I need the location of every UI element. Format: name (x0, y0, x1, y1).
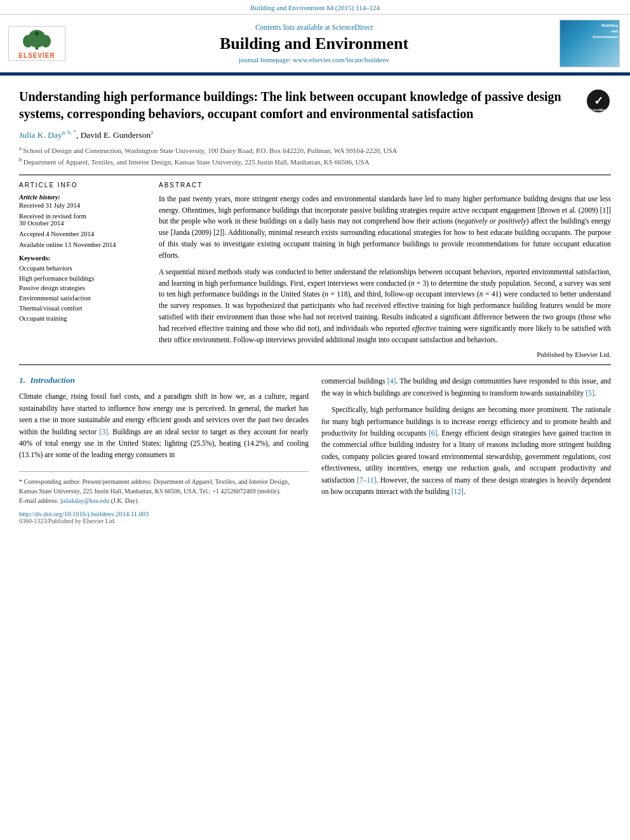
keyword-2: High performance buildings (19, 274, 146, 284)
authors-line: Julia K. Daya, b, *, David E. Gundersona (19, 129, 611, 140)
contents-available-line: Contents lists available at ScienceDirec… (76, 23, 552, 31)
journal-title: Building and Environment (76, 34, 552, 53)
intro-para-2: commercial buildings [4]. The building a… (321, 375, 611, 399)
author-2-name: , David E. Gunderson (76, 130, 151, 140)
elsevier-logo: ELSEVIER (8, 26, 65, 61)
svg-point-2 (23, 35, 33, 48)
author-2-sup: a (151, 129, 153, 135)
author-1-sup: a, b, * (62, 129, 76, 135)
abstract-text: In the past twenty years, more stringent… (159, 194, 611, 346)
article-title-text: Understanding high performance buildings… (19, 88, 586, 123)
received-date: Received 31 July 2014 (19, 202, 146, 209)
body-right-column: commercial buildings [4]. The building a… (321, 375, 611, 524)
doi-line[interactable]: http://dx.doi.org/10.1016/j.buildenv.201… (19, 510, 309, 517)
keyword-5: Thermal/visual comfort (19, 303, 146, 314)
intro-para-1: Climate change, rising fossil fuel costs… (19, 390, 309, 460)
article-body: 1. Introduction Climate change, rising f… (19, 375, 611, 524)
homepage-label: journal homepage: (239, 56, 291, 63)
journal-thumbnail: Building and Environment (560, 20, 620, 67)
ref-12[interactable]: [12] (452, 488, 464, 495)
homepage-url[interactable]: www.elsevier.com/locate/buildenv (293, 56, 389, 63)
published-by: Published by Elsevier Ltd. (159, 350, 611, 358)
svg-text:✓: ✓ (594, 95, 603, 107)
article-content: Understanding high performance buildings… (0, 76, 630, 537)
keywords-label: Keywords: (19, 255, 146, 262)
received-revised-date: Received in revised form 30 October 2014 (19, 213, 146, 227)
email-label: E-mail address: (19, 497, 58, 504)
crossmark-icon: ✓ CrossMark (587, 90, 610, 112)
sciencedirect-link[interactable]: ScienceDirect (332, 23, 373, 31)
intro-section-label: Introduction (30, 375, 76, 385)
contents-label: Contents lists available at (255, 23, 330, 31)
affiliation-1: a School of Design and Construction, Was… (19, 144, 611, 156)
intro-section-title: 1. Introduction (19, 375, 309, 385)
page: Building and Environment 84 (2015) 114–1… (0, 0, 630, 537)
journal-header: ELSEVIER Contents lists available at Sci… (0, 15, 630, 74)
ref-6[interactable]: [6] (429, 429, 437, 437)
ref-3[interactable]: [3] (99, 428, 107, 436)
homepage-line: journal homepage: www.elsevier.com/locat… (76, 56, 552, 63)
available-online-date: Available online 13 November 2014 (19, 241, 146, 248)
svg-point-4 (35, 32, 39, 36)
journal-top-bar: Building and Environment 84 (2015) 114–1… (0, 0, 630, 15)
keyword-1: Occupant behaviors (19, 263, 146, 274)
abstract-para-2: A sequential mixed methods study was con… (159, 267, 611, 346)
affiliations: a School of Design and Construction, Was… (19, 144, 611, 167)
ref-7-11[interactable]: [7–11] (357, 476, 376, 484)
affil-1-text: School of Design and Construction, Washi… (23, 146, 397, 154)
abstract-heading: ABSTRACT (159, 182, 611, 189)
intro-para-3: Specifically, high performance building … (321, 404, 611, 497)
footnote-star: * Corresponding author. Present/permanen… (19, 477, 309, 496)
article-history-label: Article history: (19, 194, 146, 201)
crossmark-svg: ✓ CrossMark (587, 90, 610, 112)
keyword-3: Passive design strategies (19, 283, 146, 293)
abstract-column: ABSTRACT In the past twenty years, more … (159, 182, 611, 359)
issn-line: 0360-1323/Published by Elsevier Ltd. (19, 517, 309, 524)
affil-2-sup: b (19, 156, 23, 163)
abstract-para-1: In the past twenty years, more stringent… (159, 194, 611, 262)
svg-point-3 (41, 35, 51, 48)
ref-5[interactable]: [5] (586, 389, 594, 397)
body-left-column: 1. Introduction Climate change, rising f… (19, 375, 309, 524)
crossmark-badge[interactable]: ✓ CrossMark (586, 88, 611, 114)
elsevier-logo-area: ELSEVIER (5, 26, 69, 61)
article-title-row: Understanding high performance buildings… (19, 88, 611, 123)
header-center: Contents lists available at ScienceDirec… (76, 23, 552, 63)
affil-2-text: Department of Apparel, Textiles, and Int… (23, 157, 370, 165)
info-abstract-section: ARTICLE INFO Article history: Received 3… (19, 175, 611, 366)
footnote-email-line: E-mail address: juliakday@ksu.edu (J.K. … (19, 496, 309, 505)
journal-thumbnail-text: Building and Environment (593, 23, 618, 40)
affiliation-2: b Department of Apparel, Textiles, and I… (19, 156, 611, 167)
author-1-name[interactable]: Julia K. Day (19, 130, 62, 140)
footnote-area: * Corresponding author. Present/permanen… (19, 471, 309, 505)
article-info-column: ARTICLE INFO Article history: Received 3… (19, 182, 146, 359)
author-email[interactable]: juliakday@ksu.edu (60, 497, 109, 504)
ref-4[interactable]: [4] (387, 377, 396, 385)
email-suffix: (J.K. Day). (111, 497, 139, 504)
accepted-date: Accepted 4 November 2014 (19, 230, 146, 237)
article-info-heading: ARTICLE INFO (19, 182, 146, 189)
intro-section-number: 1. (19, 375, 25, 385)
journal-cover-image: Building and Environment (560, 20, 620, 67)
keyword-6: Occupant training (19, 314, 146, 324)
elsevier-tree-icon (11, 29, 62, 51)
keyword-4: Environmental satisfaction (19, 293, 146, 303)
elsevier-brand-text: ELSEVIER (18, 52, 55, 59)
journal-citation: Building and Environment 84 (2015) 114–1… (250, 4, 380, 11)
svg-text:CrossMark: CrossMark (588, 108, 608, 112)
